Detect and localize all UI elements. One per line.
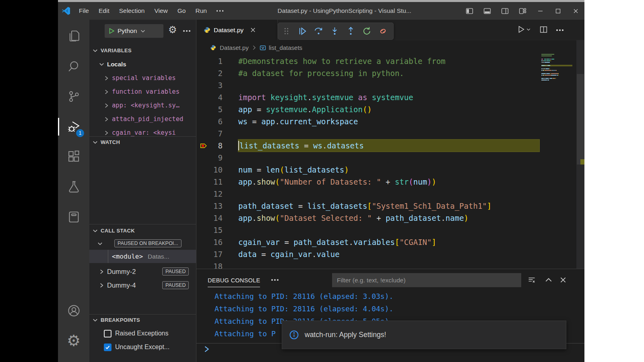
tab-label[interactable]: Dataset.py [214,27,244,34]
code-line[interactable]: 7 [196,128,584,140]
code-line-content[interactable]: path_dataset = list_datasets["System1_Sc… [238,200,539,212]
menu-item-overflow[interactable] [212,2,229,20]
code-line[interactable]: 5app = systemvue.Application() [196,103,584,115]
code-line-content[interactable]: #Demonstrates how to retrieve a variable… [238,55,539,67]
debug-step-out-button[interactable] [343,23,359,39]
call-stack-thread-dummy-2[interactable]: Dummy-2PAUSED [89,265,196,278]
debug-step-over-button[interactable] [310,23,326,39]
variable-row[interactable]: special variables [89,72,196,84]
menu-item-go[interactable]: Go [173,2,191,20]
code-line-content[interactable]: import keysight.systemvue as systemvue [238,91,539,103]
debug-config-label[interactable]: Python [118,27,137,35]
split-editor-icon[interactable] [539,25,548,35]
toggle-sidebar-icon[interactable] [460,2,478,20]
code-line-content[interactable]: list_datasets = ws.datasets [238,140,539,152]
code-line-content[interactable]: data = cgain_var.value [238,248,539,260]
code-line[interactable]: 14app.show("Dataset Selected: " + path_d… [196,212,584,224]
breadcrumb-file[interactable]: Dataset.py [220,44,249,51]
code-line-content[interactable]: num = len(list_datasets) [238,164,539,176]
code-line-content[interactable] [238,224,539,236]
code-line-content[interactable] [238,260,539,269]
menu-item-file[interactable]: File [74,2,94,20]
debug-disconnect-button[interactable] [375,23,391,39]
call-stack-frame-row-module[interactable]: <module>Datas... [89,250,196,263]
activity-source-control[interactable] [58,82,89,110]
variable-row[interactable]: function variables [89,86,196,98]
debug-restart-button[interactable] [359,23,375,39]
panel-more-tabs-icon[interactable] [271,279,279,281]
console-filter-input[interactable]: Filter (e.g. text, !exclude) [332,273,521,287]
code-line[interactable]: 2#a dataset for processing in python. [196,67,584,79]
code-line[interactable]: 11app.show("Number of Datasets: " + str(… [196,176,584,188]
minimap[interactable] [541,53,572,86]
variable-row[interactable]: attach_pid_injected [89,113,196,125]
code-editor[interactable]: 1#Demonstrates how to retrieve a variabl… [196,55,584,269]
debug-console-tab-label[interactable]: DEBUG CONSOLE [208,277,260,284]
activity-extensions[interactable] [58,142,89,171]
code-line[interactable]: 3 [196,79,584,91]
activity-notebook[interactable] [58,203,89,231]
sidebar-more-actions-icon[interactable] [183,30,190,32]
tab-dataset-py[interactable]: Dataset.py [196,20,278,40]
code-line-content[interactable]: app.show("Dataset Selected: " + path_dat… [238,212,539,224]
activity-settings[interactable]: ⚙ [58,327,89,355]
code-line-content[interactable] [238,188,539,200]
checkbox-checked[interactable] [104,343,111,351]
scrollbar-thumb[interactable] [577,74,584,165]
menu-item-edit[interactable]: Edit [94,2,114,20]
gear-icon[interactable]: ⚙ [168,25,177,35]
activity-explorer[interactable] [58,22,89,50]
maximize-panel-icon[interactable] [543,275,554,285]
code-line[interactable]: 13path_dataset = list_datasets["System1_… [196,200,584,212]
code-line[interactable]: 16cgain_var = path_dataset.variables["CG… [196,236,584,248]
menu-item-run[interactable]: Run [190,2,211,20]
code-line[interactable]: 4import keysight.systemvue as systemvue [196,91,584,103]
scope-locals[interactable]: Locals [89,58,196,70]
minimize-icon[interactable] [531,2,549,20]
activity-run-and-debug[interactable]: 1 [58,112,89,140]
call-stack-header[interactable]: CALL STACK [89,226,196,235]
tab-debug-console[interactable]: DEBUG CONSOLE [208,274,260,287]
toggle-panel-icon[interactable] [478,2,496,20]
watch-header[interactable]: WATCH [89,137,196,147]
code-line[interactable]: 18 [196,260,584,269]
breakpoint-row[interactable]: Raised Exceptions [89,327,196,340]
menu-item-selection[interactable]: Selection [114,2,150,20]
activity-testing[interactable] [58,173,89,201]
code-line-content[interactable] [238,79,539,91]
code-line-content[interactable]: app = systemvue.Application() [238,103,539,115]
variable-row[interactable]: app: <keysight.sy… [89,99,196,111]
activity-search[interactable] [58,52,89,80]
activity-account[interactable] [58,296,89,325]
console-prompt-chevron-icon[interactable] [202,345,211,355]
code-line[interactable]: 9 [196,152,584,164]
debug-config-dropdown[interactable]: Python [105,24,163,38]
code-line-content[interactable]: ws = app.current_workspace [238,115,539,128]
code-line-content[interactable]: app.show("Number of Datasets: " + str(nu… [238,176,539,188]
breadcrumb-symbol[interactable]: list_datasets [269,44,302,51]
close-icon[interactable] [567,2,584,20]
toggle-secondary-sidebar-icon[interactable] [496,2,514,20]
call-stack-thread-row[interactable]: PAUSED ON BREAKPOI... [89,237,196,250]
run-python-file-button[interactable] [516,25,531,34]
code-line[interactable]: 8list_datasets = ws.datasets [196,140,584,152]
debug-continue-button[interactable] [294,23,310,39]
menu-item-view[interactable]: View [149,2,172,20]
editor-more-actions-icon[interactable] [556,29,564,31]
notification-toast[interactable]: watch-run: Apply Settings! [282,321,566,349]
current-breakpoint-icon[interactable] [200,142,208,152]
code-line-content[interactable]: #a dataset for processing in python. [238,67,539,79]
tab-close-icon[interactable] [250,27,256,33]
code-line[interactable]: 1#Demonstrates how to retrieve a variabl… [196,55,584,67]
close-panel-icon[interactable] [558,275,568,285]
clear-console-icon[interactable] [526,275,537,285]
code-line-content[interactable] [238,128,539,140]
code-line-content[interactable] [238,152,539,164]
variables-header[interactable]: VARIABLES [89,45,196,55]
breakpoints-header[interactable]: BREAKPOINTS [89,315,196,325]
code-line[interactable]: 15 [196,224,584,236]
code-line[interactable]: 17data = cgain_var.value [196,248,584,260]
code-line-content[interactable]: cgain_var = path_dataset.variables["CGAI… [238,236,539,248]
code-line[interactable]: 12 [196,188,584,200]
code-line[interactable]: 10num = len(list_datasets) [196,164,584,176]
